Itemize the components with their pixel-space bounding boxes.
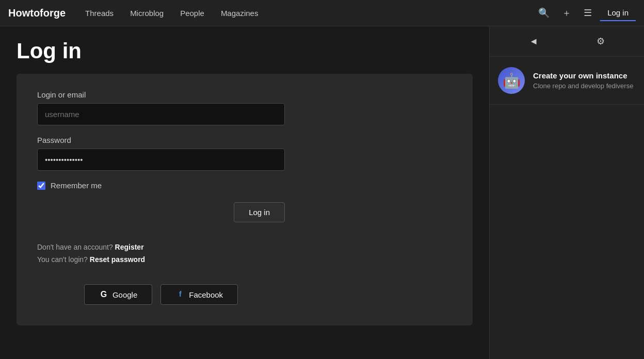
sidebar-card-title: Create your own instance — [533, 71, 633, 80]
sidebar-share-button[interactable]: ◄ — [525, 34, 542, 49]
sidebar-settings-button[interactable]: ⚙ — [592, 34, 609, 49]
facebook-icon: f — [175, 290, 185, 299]
sidebar-card-subtitle: Clone repo and develop fediverse — [533, 82, 633, 90]
social-buttons: G Google f Facebook — [37, 284, 285, 305]
sidebar: ◄ ⚙ 🤖 Create your own instance Clone rep… — [489, 26, 644, 359]
navbar: Howtoforge Threads Microblog People Maga… — [0, 0, 644, 26]
nav-magazines[interactable]: Magazines — [214, 6, 266, 21]
navbar-actions: 🔍 ＋ ☰ Log in — [534, 4, 636, 22]
nav-microblog[interactable]: Microblog — [123, 6, 171, 21]
submit-row: Log in — [37, 202, 285, 222]
page-title: Log in — [17, 39, 473, 63]
google-icon: G — [99, 290, 108, 299]
search-button[interactable]: 🔍 — [534, 4, 554, 22]
avatar: 🤖 — [498, 67, 525, 94]
password-field-group: Password — [37, 136, 452, 171]
remember-label[interactable]: Remember me — [51, 181, 102, 190]
sidebar-instance-card: 🤖 Create your own instance Clone repo an… — [490, 57, 644, 105]
brand: Howtoforge — [8, 7, 66, 19]
reset-password-link[interactable]: Reset password — [90, 255, 145, 264]
list-button[interactable]: ☰ — [579, 4, 596, 22]
login-label: Login or email — [37, 90, 452, 99]
login-submit-button[interactable]: Log in — [234, 202, 285, 222]
nav-links: Threads Microblog People Magazines — [78, 6, 534, 21]
password-label: Password — [37, 136, 452, 144]
remember-checkbox[interactable] — [37, 182, 45, 190]
no-account-text: Don't have an account? Register — [37, 243, 452, 251]
login-field-group: Login or email — [37, 90, 452, 125]
nav-people[interactable]: People — [173, 6, 212, 21]
nav-threads[interactable]: Threads — [78, 6, 121, 21]
login-nav-button[interactable]: Log in — [600, 5, 636, 21]
cant-login-text: You can't login? Reset password — [37, 255, 452, 264]
helper-links: Don't have an account? Register You can'… — [37, 243, 452, 264]
google-login-button[interactable]: G Google — [84, 284, 152, 305]
sidebar-card-text: Create your own instance Clone repo and … — [533, 71, 633, 90]
sidebar-top-bar: ◄ ⚙ — [490, 26, 644, 57]
page-layout: Log in Login or email Password Remember … — [0, 26, 644, 359]
register-link[interactable]: Register — [115, 243, 144, 251]
remember-me-group: Remember me — [37, 181, 452, 190]
add-button[interactable]: ＋ — [558, 4, 575, 22]
main-content: Log in Login or email Password Remember … — [0, 26, 489, 359]
login-form-card: Login or email Password Remember me Log … — [17, 74, 473, 325]
facebook-login-button[interactable]: f Facebook — [160, 284, 238, 305]
login-input[interactable] — [37, 103, 285, 125]
password-input[interactable] — [37, 149, 285, 171]
